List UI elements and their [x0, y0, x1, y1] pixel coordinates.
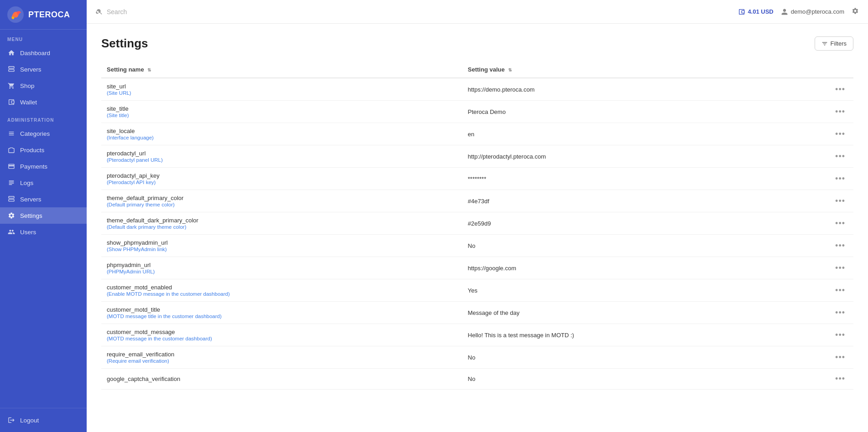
home-icon	[7, 49, 16, 57]
sidebar-item-users[interactable]: Users	[0, 224, 87, 240]
setting-value: Message of the day	[468, 309, 520, 316]
table-row: theme_default_dark_primary_color (Defaul…	[101, 212, 853, 235]
sidebar-label-users: Users	[20, 229, 36, 236]
sidebar-label-shop: Shop	[20, 82, 35, 89]
gear-button[interactable]	[852, 7, 859, 16]
setting-value-cell: en	[463, 123, 824, 145]
setting-desc: (Default dark primary theme color)	[107, 224, 457, 230]
setting-value-cell: No	[463, 346, 824, 369]
table-row: phpmyadmin_url (PHPMyAdmin URL) https://…	[101, 257, 853, 279]
settings-table: Setting name ⇅ Setting value ⇅ site_url …	[101, 62, 853, 390]
setting-actions-cell: •••	[823, 78, 853, 101]
logout-button[interactable]: Logout	[0, 412, 87, 428]
setting-name-cell: site_url (Site URL)	[101, 78, 463, 101]
setting-key: pterodactyl_url	[107, 150, 457, 157]
setting-desc: (MOTD message title in the customer dash…	[107, 314, 457, 319]
row-actions-button[interactable]: •••	[832, 352, 848, 363]
sidebar-label-categories: Categories	[20, 130, 50, 137]
table-row: require_email_verification (Require emai…	[101, 346, 853, 369]
settings-tbody: site_url (Site URL) https://demo.pteroca…	[101, 78, 853, 390]
setting-actions-cell: •••	[823, 257, 853, 279]
setting-value-cell: https://google.com	[463, 257, 824, 279]
setting-actions-cell: •••	[823, 190, 853, 212]
setting-key: theme_default_dark_primary_color	[107, 217, 457, 224]
setting-value: https://demo.pteroca.com	[468, 86, 535, 93]
setting-actions-cell: •••	[823, 324, 853, 346]
sidebar-item-settings[interactable]: Settings	[0, 207, 87, 224]
row-actions-button[interactable]: •••	[832, 195, 848, 207]
setting-name-cell: phpmyadmin_url (PHPMyAdmin URL)	[101, 257, 463, 279]
sidebar-logo: PTEROCA	[0, 0, 87, 30]
setting-actions-cell: •••	[823, 235, 853, 257]
sidebar-item-payments[interactable]: Payments	[0, 158, 87, 175]
sidebar-logout-section: Logout	[0, 408, 87, 432]
setting-value-cell: Pteroca Demo	[463, 101, 824, 123]
col-name-header[interactable]: Setting name ⇅	[101, 62, 463, 78]
sidebar-item-categories[interactable]: Categories	[0, 125, 87, 142]
setting-key: site_locale	[107, 128, 457, 134]
row-actions-button[interactable]: •••	[832, 240, 848, 252]
wallet-balance-icon	[738, 8, 745, 15]
filters-button[interactable]: Filters	[815, 36, 853, 51]
setting-desc: (Require email verification)	[107, 358, 457, 364]
row-actions-button[interactable]: •••	[832, 329, 848, 341]
sidebar-label-dashboard: Dashboard	[20, 50, 50, 57]
setting-key: pterodactyl_api_key	[107, 172, 457, 179]
setting-name-cell: customer_motd_title (MOTD message title …	[101, 302, 463, 324]
sidebar-item-servers-admin[interactable]: Servers	[0, 191, 87, 207]
filter-icon	[821, 41, 828, 47]
row-actions-button[interactable]: •••	[832, 218, 848, 229]
sidebar-item-wallet[interactable]: Wallet	[0, 94, 87, 110]
row-actions-button[interactable]: •••	[832, 173, 848, 185]
col-value-header[interactable]: Setting value ⇅	[463, 62, 824, 78]
page-content: Settings Filters Setting name ⇅ Setting …	[87, 24, 868, 432]
setting-actions-cell: •••	[823, 279, 853, 302]
shop-icon	[7, 82, 16, 90]
sidebar-item-servers[interactable]: Servers	[0, 61, 87, 77]
setting-key: google_captcha_verification	[107, 375, 457, 382]
setting-value-cell: Message of the day	[463, 302, 824, 324]
table-row: site_url (Site URL) https://demo.pteroca…	[101, 78, 853, 101]
setting-value: https://google.com	[468, 265, 516, 272]
setting-name-cell: show_phpmyadmin_url (Show PHPMyAdmin lin…	[101, 235, 463, 257]
row-actions-button[interactable]: •••	[832, 373, 848, 385]
row-actions-button[interactable]: •••	[832, 262, 848, 274]
search-icon	[96, 8, 103, 15]
table-row: google_captcha_verification No •••	[101, 369, 853, 390]
search-area	[96, 8, 731, 15]
setting-name-cell: site_title (Site title)	[101, 101, 463, 123]
sidebar-item-products[interactable]: Products	[0, 142, 87, 158]
page-header: Settings Filters	[101, 36, 853, 51]
topbar: 4.01 USD demo@pteroca.com	[87, 0, 868, 24]
setting-desc: (Pterodactyl panel URL)	[107, 157, 457, 163]
row-actions-button[interactable]: •••	[832, 307, 848, 319]
setting-actions-cell: •••	[823, 346, 853, 369]
setting-key: customer_motd_title	[107, 306, 457, 313]
setting-actions-cell: •••	[823, 369, 853, 390]
setting-key: site_url	[107, 83, 457, 90]
payments-icon	[7, 162, 16, 170]
setting-name-cell: require_email_verification (Require emai…	[101, 346, 463, 369]
table-row: customer_motd_message (MOTD message in t…	[101, 324, 853, 346]
setting-actions-cell: •••	[823, 101, 853, 123]
row-actions-button[interactable]: •••	[832, 84, 848, 95]
sidebar-item-logs[interactable]: Logs	[0, 175, 87, 191]
setting-name-cell: site_locale (Interface language)	[101, 123, 463, 145]
sidebar-label-payments: Payments	[20, 163, 47, 170]
table-row: pterodactyl_url (Pterodactyl panel URL) …	[101, 145, 853, 168]
sidebar-item-shop[interactable]: Shop	[0, 77, 87, 94]
search-input[interactable]	[107, 8, 198, 15]
setting-value: en	[468, 131, 474, 138]
row-actions-button[interactable]: •••	[832, 285, 848, 296]
servers-admin-icon	[7, 195, 16, 203]
setting-value-cell: https://demo.pteroca.com	[463, 78, 824, 101]
row-actions-button[interactable]: •••	[832, 151, 848, 162]
sidebar-item-dashboard[interactable]: Dashboard	[0, 45, 87, 61]
row-actions-button[interactable]: •••	[832, 129, 848, 140]
table-row: customer_motd_enabled (Enable MOTD messa…	[101, 279, 853, 302]
row-actions-button[interactable]: •••	[832, 106, 848, 118]
products-icon	[7, 146, 16, 154]
setting-value: ********	[468, 175, 486, 182]
setting-key: customer_motd_enabled	[107, 284, 457, 291]
setting-desc: (Enable MOTD message in the customer das…	[107, 291, 457, 297]
